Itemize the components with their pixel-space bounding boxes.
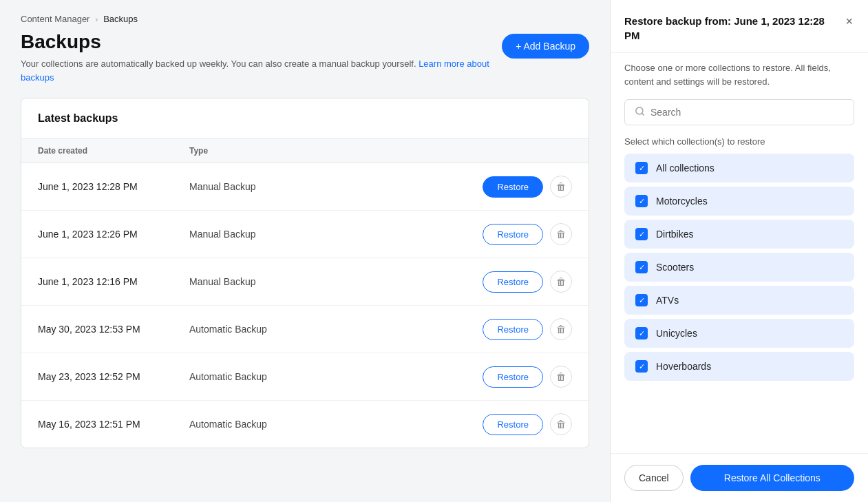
row-date: June 1, 2023 12:26 PM — [38, 229, 189, 240]
row-type: Manual Backup — [189, 181, 483, 192]
collection-checkbox: ✓ — [635, 228, 648, 240]
row-date: May 23, 2023 12:52 PM — [38, 371, 189, 382]
page-subtitle: Your collections are automatically backe… — [21, 57, 502, 84]
delete-button[interactable]: 🗑 — [550, 223, 572, 245]
search-input[interactable] — [650, 107, 844, 118]
breadcrumb-parent[interactable]: Content Manager — [21, 14, 89, 24]
collection-checkbox: ✓ — [635, 327, 648, 339]
table-header: Date created Type — [21, 138, 589, 163]
svg-line-1 — [642, 113, 644, 115]
row-actions: Restore 🗑 — [483, 271, 572, 293]
panel-footer: Cancel Restore All Collections — [611, 453, 868, 502]
col-type-header: Type — [189, 146, 572, 156]
row-date: May 30, 2023 12:53 PM — [38, 324, 189, 335]
collection-name: ATVs — [656, 295, 679, 306]
collection-name: Dirtbikes — [656, 229, 693, 240]
row-date: June 1, 2023 12:28 PM — [38, 181, 189, 192]
table-body: June 1, 2023 12:28 PM Manual Backup Rest… — [21, 163, 589, 448]
collection-item[interactable]: ✓ Scooters — [624, 253, 854, 282]
panel-header: Restore backup from: June 1, 2023 12:28 … — [611, 0, 868, 53]
row-actions: Restore 🗑 — [483, 318, 572, 340]
delete-button[interactable]: 🗑 — [550, 318, 572, 340]
search-icon — [635, 106, 645, 118]
row-date: May 16, 2023 12:51 PM — [38, 419, 189, 430]
page-title: Backups — [21, 31, 502, 53]
search-container — [611, 99, 868, 134]
row-type: Automatic Backup — [189, 419, 483, 430]
restore-panel: Restore backup from: June 1, 2023 12:28 … — [610, 0, 868, 502]
delete-button[interactable]: 🗑 — [550, 271, 572, 293]
row-actions: Restore 🗑 — [483, 176, 572, 198]
panel-description: Choose one or more collections to restor… — [611, 53, 868, 99]
collection-checkbox: ✓ — [635, 261, 648, 273]
checkmark-icon: ✓ — [639, 363, 645, 370]
breadcrumb: Content Manager › Backups — [0, 0, 610, 31]
collection-checkbox: ✓ — [635, 195, 648, 207]
page-header: Backups Your collections are automatical… — [0, 31, 610, 98]
page-title-section: Backups Your collections are automatical… — [21, 31, 502, 84]
collections-list: ✓ All collections ✓ Motorcycles ✓ Dirtbi… — [611, 154, 868, 453]
breadcrumb-separator: › — [95, 15, 98, 23]
collection-item[interactable]: ✓ All collections — [624, 154, 854, 182]
checkmark-icon: ✓ — [639, 330, 645, 337]
collection-item[interactable]: ✓ Hoverboards — [624, 352, 854, 381]
row-type: Automatic Backup — [189, 324, 483, 335]
table-row: May 16, 2023 12:51 PM Automatic Backup R… — [21, 401, 589, 448]
checkmark-icon: ✓ — [639, 297, 645, 304]
restore-all-button[interactable]: Restore All Collections — [690, 465, 854, 491]
collection-checkbox: ✓ — [635, 294, 648, 306]
cancel-button[interactable]: Cancel — [624, 465, 684, 491]
delete-button[interactable]: 🗑 — [550, 366, 572, 388]
row-actions: Restore 🗑 — [483, 366, 572, 388]
col-date-header: Date created — [38, 146, 189, 156]
row-type: Automatic Backup — [189, 371, 483, 382]
card-title: Latest backups — [21, 98, 589, 138]
delete-button[interactable]: 🗑 — [550, 176, 572, 198]
close-button[interactable]: × — [844, 14, 854, 29]
panel-title: Restore backup from: June 1, 2023 12:28 … — [624, 14, 844, 43]
checkmark-icon: ✓ — [639, 198, 645, 205]
checkmark-icon: ✓ — [639, 231, 645, 238]
row-type: Manual Backup — [189, 229, 483, 240]
delete-button[interactable]: 🗑 — [550, 413, 572, 435]
restore-button[interactable]: Restore — [483, 319, 543, 340]
restore-button[interactable]: Restore — [483, 176, 543, 198]
restore-button[interactable]: Restore — [483, 414, 543, 435]
restore-button[interactable]: Restore — [483, 271, 543, 293]
collection-checkbox: ✓ — [635, 162, 648, 174]
collection-item[interactable]: ✓ ATVs — [624, 286, 854, 315]
table-row: May 30, 2023 12:53 PM Automatic Backup R… — [21, 306, 589, 353]
collections-label: Select which collection(s) to restore — [611, 134, 868, 154]
row-actions: Restore 🗑 — [483, 413, 572, 435]
collection-item[interactable]: ✓ Dirtbikes — [624, 220, 854, 249]
collection-item[interactable]: ✓ Motorcycles — [624, 187, 854, 216]
row-date: June 1, 2023 12:16 PM — [38, 276, 189, 287]
search-box — [624, 99, 854, 125]
table-row: June 1, 2023 12:28 PM Manual Backup Rest… — [21, 163, 589, 211]
row-type: Manual Backup — [189, 276, 483, 287]
collection-name: Unicycles — [656, 328, 697, 339]
collection-checkbox: ✓ — [635, 360, 648, 373]
breadcrumb-current: Backups — [103, 14, 138, 24]
backups-card: Latest backups Date created Type June 1,… — [21, 98, 589, 448]
table-row: May 23, 2023 12:52 PM Automatic Backup R… — [21, 353, 589, 401]
table-row: June 1, 2023 12:16 PM Manual Backup Rest… — [21, 258, 589, 306]
restore-button[interactable]: Restore — [483, 366, 543, 388]
collection-name: Motorcycles — [656, 196, 708, 207]
collection-name: Scooters — [656, 262, 694, 273]
restore-button[interactable]: Restore — [483, 224, 543, 245]
table-row: June 1, 2023 12:26 PM Manual Backup Rest… — [21, 211, 589, 258]
collection-item[interactable]: ✓ Unicycles — [624, 319, 854, 348]
checkmark-icon: ✓ — [639, 165, 645, 172]
collection-name: All collections — [656, 163, 714, 174]
row-actions: Restore 🗑 — [483, 223, 572, 245]
collection-name: Hoverboards — [656, 361, 711, 372]
checkmark-icon: ✓ — [639, 264, 645, 271]
add-backup-button[interactable]: + Add Backup — [502, 34, 589, 59]
